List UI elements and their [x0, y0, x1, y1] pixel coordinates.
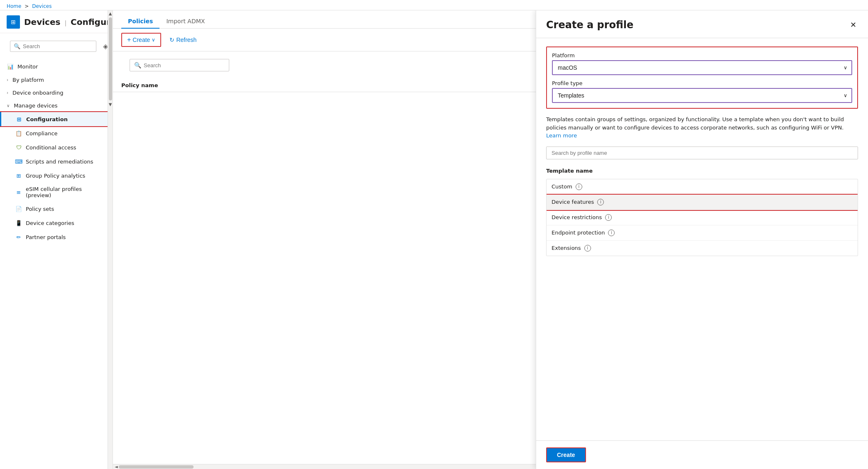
profile-type-label: Profile type — [552, 80, 852, 86]
sidebar-item-by-platform-label: By platform — [12, 77, 44, 83]
h-scroll-left[interactable]: ◄ — [115, 464, 118, 469]
template-item-device-features[interactable]: Device features i — [547, 195, 858, 210]
page-icon: ⊞ — [7, 15, 20, 29]
sidebar-item-scripts[interactable]: ⌨ Scripts and remediations — [0, 154, 108, 169]
panel-header: Create a profile ✕ — [536, 10, 868, 38]
template-list: Custom i Device features i Device restri… — [546, 179, 858, 256]
sidebar-item-policy-sets[interactable]: 📄 Policy sets — [0, 202, 108, 216]
tab-policies[interactable]: Policies — [121, 15, 159, 29]
template-device-features-label: Device features — [552, 199, 594, 205]
learn-more-link[interactable]: Learn more — [546, 132, 577, 139]
device-restrictions-info-icon[interactable]: i — [605, 214, 612, 221]
page-title-config: Configuration — [71, 17, 108, 27]
sidebar-item-esim[interactable]: ≡ eSIM cellular profiles (preview) — [0, 183, 108, 202]
sidebar: ⊞ Devices | Configuration ... 🔍 ◈ 《 — [0, 10, 108, 469]
profile-type-select-wrapper: Settings catalog Templates ∨ — [552, 88, 852, 103]
sidebar-item-policy-sets-label: Policy sets — [26, 206, 54, 212]
panel-footer: Create — [536, 440, 868, 469]
sidebar-item-device-onboarding[interactable]: › Device onboarding — [0, 86, 108, 99]
template-item-custom[interactable]: Custom i — [547, 179, 858, 195]
template-custom-label: Custom — [552, 183, 572, 190]
platform-select[interactable]: Android iOS/iPadOS macOS Windows 10 and … — [553, 61, 851, 74]
template-section-header: Template name — [546, 166, 858, 176]
conditional-access-icon: 🛡 — [15, 144, 22, 151]
sidebar-item-manage-devices[interactable]: ∨ Manage devices — [0, 99, 108, 112]
sidebar-item-compliance[interactable]: 📋 Compliance — [0, 126, 108, 140]
refresh-button[interactable]: ↻ Refresh — [164, 34, 201, 46]
sidebar-item-by-platform[interactable]: › By platform — [0, 73, 108, 86]
breadcrumb-separator: > — [25, 3, 29, 9]
h-scroll-thumb[interactable] — [119, 465, 194, 469]
configuration-icon: ⊞ — [15, 115, 23, 123]
sidebar-item-gpa-label: Group Policy analytics — [26, 173, 85, 179]
platform-select-wrapper: Android iOS/iPadOS macOS Windows 10 and … — [552, 60, 852, 75]
compliance-icon: 📋 — [15, 129, 22, 137]
sidebar-item-conditional-access-label: Conditional access — [26, 144, 76, 151]
template-endpoint-protection-label: Endpoint protection — [552, 230, 605, 236]
pin-icon[interactable]: ◈ — [103, 42, 108, 50]
sidebar-item-manage-devices-label: Manage devices — [14, 103, 57, 109]
main-content: Policies Import ADMX + Create ∨ ↻ Refres… — [113, 10, 868, 469]
refresh-btn-label: Refresh — [176, 37, 196, 43]
platform-label: Platform — [552, 52, 852, 59]
create-plus-icon: + — [127, 36, 131, 44]
policy-name-col-header: Policy name — [121, 82, 158, 88]
policy-sets-icon: 📄 — [15, 205, 22, 213]
panel-body: Platform Android iOS/iPadOS macOS Window… — [536, 38, 868, 440]
sidebar-v-scrollbar[interactable]: ▲ ▼ — [108, 10, 113, 469]
sidebar-item-monitor-label: Monitor — [17, 64, 38, 70]
breadcrumb-home[interactable]: Home — [7, 3, 21, 9]
device-onboarding-chevron: › — [7, 90, 8, 95]
page-header: ⊞ Devices | Configuration ... — [0, 10, 108, 33]
panel-close-button[interactable]: ✕ — [848, 19, 858, 31]
panel-title: Create a profile — [546, 19, 633, 31]
top-bar: Home > Devices — [0, 0, 868, 10]
manage-devices-chevron: ∨ — [7, 103, 10, 108]
content-search-box: 🔍 — [130, 59, 229, 71]
endpoint-protection-info-icon[interactable]: i — [608, 230, 615, 236]
template-extensions-label: Extensions — [552, 245, 581, 251]
scripts-icon: ⌨ — [15, 158, 22, 165]
create-profile-panel: Create a profile ✕ Platform Android iOS/… — [536, 10, 868, 469]
esim-icon: ≡ — [15, 188, 22, 196]
sidebar-item-conditional-access[interactable]: 🛡 Conditional access — [0, 140, 108, 154]
custom-info-icon[interactable]: i — [576, 183, 582, 190]
device-features-info-icon[interactable]: i — [597, 199, 604, 205]
monitor-icon: 📊 — [7, 63, 14, 70]
page-title-devices: Devices — [24, 17, 60, 27]
sidebar-search-box: 🔍 — [10, 41, 96, 52]
sidebar-item-compliance-label: Compliance — [26, 130, 58, 137]
platform-form-group: Platform Android iOS/iPadOS macOS Window… — [546, 46, 858, 109]
sidebar-item-device-categories[interactable]: 📱 Device categories — [0, 216, 108, 230]
sidebar-search-input[interactable] — [23, 43, 93, 49]
sidebar-item-monitor[interactable]: 📊 Monitor — [0, 59, 108, 73]
partner-portals-icon: ✏ — [15, 233, 22, 241]
template-item-endpoint-protection[interactable]: Endpoint protection i — [547, 225, 858, 241]
device-categories-icon: 📱 — [15, 219, 22, 227]
sidebar-item-partner-portals[interactable]: ✏ Partner portals — [0, 230, 108, 244]
refresh-icon: ↻ — [169, 37, 174, 43]
breadcrumb: Home > Devices — [7, 2, 861, 10]
profile-name-search-input[interactable] — [546, 147, 858, 159]
extensions-info-icon[interactable]: i — [584, 245, 591, 252]
breadcrumb-devices[interactable]: Devices — [32, 3, 51, 9]
sidebar-item-configuration[interactable]: ⊞ Configuration — [0, 112, 108, 126]
sidebar-nav: 📊 Monitor › By platform › Device onboard… — [0, 59, 108, 469]
create-button[interactable]: + Create ∨ — [121, 33, 161, 47]
template-item-device-restrictions[interactable]: Device restrictions i — [547, 210, 858, 225]
page-title-sep: | — [64, 20, 66, 26]
create-action-button[interactable]: Create — [546, 447, 586, 462]
tab-import-admx[interactable]: Import ADMX — [159, 15, 211, 29]
sidebar-item-configuration-label: Configuration — [26, 116, 68, 122]
profile-type-select[interactable]: Settings catalog Templates — [553, 89, 851, 102]
template-item-extensions[interactable]: Extensions i — [547, 241, 858, 256]
sidebar-item-gpa[interactable]: ⊞ Group Policy analytics — [0, 169, 108, 183]
template-device-restrictions-label: Device restrictions — [552, 214, 602, 220]
sidebar-item-device-onboarding-label: Device onboarding — [12, 90, 63, 96]
sidebar-item-device-categories-label: Device categories — [26, 220, 74, 226]
sidebar-item-partner-portals-label: Partner portals — [26, 234, 66, 240]
sidebar-search-icon: 🔍 — [14, 43, 20, 49]
gpa-icon: ⊞ — [15, 172, 22, 179]
create-dropdown-icon: ∨ — [152, 37, 155, 43]
content-search-input[interactable] — [144, 62, 225, 68]
